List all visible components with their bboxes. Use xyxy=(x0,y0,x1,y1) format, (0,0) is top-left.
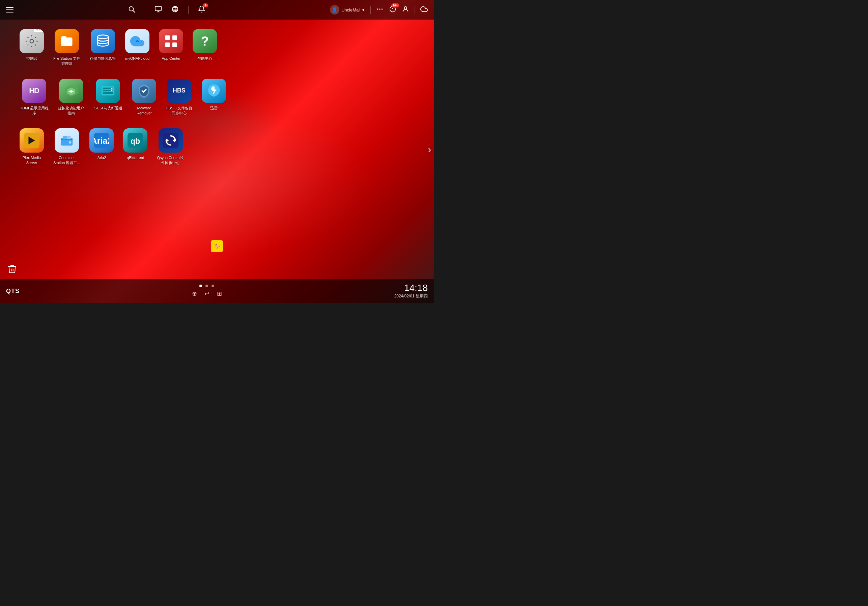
virt-label: 虚拟化功能用户指南 xyxy=(58,106,84,116)
chevron-down-icon: ▼ xyxy=(362,8,365,12)
app-plex[interactable]: Plex MediaServer xyxy=(17,126,46,168)
storage-label: 存储与快照总管 xyxy=(90,56,116,61)
svg-rect-13 xyxy=(165,42,170,47)
svg-point-22 xyxy=(111,88,113,89)
myqnap-label: myQNAPcloud xyxy=(125,56,149,61)
hdmi-icon: HD xyxy=(22,79,46,103)
app-malware[interactable]: MalwareRemover xyxy=(129,76,159,119)
plex-icon xyxy=(20,128,44,152)
app-iscsi[interactable]: iSCSI 与光纤通道 xyxy=(91,76,125,119)
taskbar: QTS ⊕ ↩ ⊞ 14:18 2024/02/01 星期四 xyxy=(0,279,434,303)
cloud-icon[interactable] xyxy=(420,5,428,14)
app-thunder[interactable]: 迅雷 xyxy=(199,76,229,119)
svg-rect-14 xyxy=(172,42,177,47)
control-tooltip: 控制台 xyxy=(34,29,44,32)
svg-rect-33 xyxy=(163,133,178,148)
date-display: 2024/02/01 星期四 xyxy=(394,294,428,299)
svg-rect-2 xyxy=(155,6,161,11)
help-icon: ? xyxy=(193,29,217,53)
qbit-icon: qb xyxy=(123,128,147,152)
svg-text:Aria2: Aria2 xyxy=(94,136,109,145)
settings-profile-icon[interactable] xyxy=(402,5,409,14)
next-page-arrow[interactable]: › xyxy=(428,144,431,155)
launchpad-icon[interactable]: ⊕ xyxy=(192,290,197,297)
thunder-label: 迅雷 xyxy=(210,106,218,111)
update-badge: 10+ xyxy=(391,3,399,8)
container-icon xyxy=(55,128,79,152)
app-virt[interactable]: 虚拟化功能用户指南 xyxy=(55,76,87,119)
app-container[interactable]: ContainerStation 容器工... xyxy=(51,126,83,168)
app-myqnap[interactable]: myQNAPcloud xyxy=(122,26,152,69)
more-options-icon[interactable] xyxy=(376,5,384,14)
qsync-icon xyxy=(158,128,183,152)
svg-rect-26 xyxy=(63,136,67,139)
hdmi-label: HDMI 显示应用程序 xyxy=(20,106,48,116)
file-station-icon xyxy=(55,29,79,53)
topbar: 9 👤 UncleMai ▼ 10+ xyxy=(0,0,434,20)
divider2 xyxy=(188,6,189,14)
svg-rect-12 xyxy=(172,36,177,40)
thunder-icon xyxy=(202,79,226,103)
svg-rect-11 xyxy=(165,36,170,40)
info-icon[interactable]: 10+ xyxy=(389,5,397,14)
desktop: 控制台 控制台 File Station 文件管理器 存储与快照总管 myQNA… xyxy=(0,20,434,279)
divider3 xyxy=(215,6,215,14)
notification-icon[interactable]: 9 xyxy=(198,5,205,14)
app-qsync[interactable]: Qsync Central文件同步中心 xyxy=(154,126,187,168)
svg-point-10 xyxy=(97,35,108,39)
user-menu[interactable]: 👤 UncleMai ▼ xyxy=(330,5,365,14)
ferrari-badge[interactable]: 🐎 xyxy=(211,240,223,252)
page-dot-2[interactable] xyxy=(205,284,208,287)
qsync-label: Qsync Central文件同步中心 xyxy=(157,155,184,166)
multitask-icon[interactable]: ⊞ xyxy=(217,290,222,297)
svg-rect-27 xyxy=(67,136,71,139)
user-name: UncleMai xyxy=(341,8,360,12)
help-label: 帮助中心 xyxy=(197,56,212,61)
trash-icon-desktop[interactable] xyxy=(7,264,17,276)
svg-text:🐎: 🐎 xyxy=(214,243,220,249)
hamburger-menu[interactable] xyxy=(6,7,14,12)
clock-display: 14:18 xyxy=(394,283,428,294)
page-dot-1[interactable] xyxy=(199,284,202,287)
svg-point-9 xyxy=(30,39,34,43)
hbs-label: HBS 3 文件备份同步中心 xyxy=(166,106,192,116)
divider4 xyxy=(370,6,371,14)
divider5 xyxy=(415,6,415,14)
file-station-label: File Station 文件管理器 xyxy=(53,56,80,67)
svg-point-28 xyxy=(68,141,71,143)
app-appcenter[interactable]: App Center xyxy=(156,26,186,69)
control-icon: 控制台 xyxy=(20,29,44,53)
clock-area: 14:18 2024/02/01 星期四 xyxy=(394,283,428,299)
app-control[interactable]: 控制台 控制台 xyxy=(17,26,46,69)
app-hdmi[interactable]: HD HDMI 显示应用程序 xyxy=(17,76,51,119)
app-aria2[interactable]: Aria2 Aria2 xyxy=(87,126,116,168)
svg-point-6 xyxy=(381,8,383,10)
network-icon[interactable] xyxy=(171,5,179,14)
qbit-label: qBittorrent xyxy=(127,155,144,160)
page-dot-3[interactable] xyxy=(211,284,214,287)
app-qbit[interactable]: qb qBittorrent xyxy=(121,126,150,168)
svg-point-4 xyxy=(377,8,378,10)
app-hbs[interactable]: HBS HBS 3 文件备份同步中心 xyxy=(163,76,195,119)
user-avatar: 👤 xyxy=(330,5,339,14)
iscsi-label: iSCSI 与光纤通道 xyxy=(93,106,122,111)
qts-logo: QTS xyxy=(6,287,20,295)
appcenter-icon xyxy=(159,29,183,53)
svg-point-5 xyxy=(379,8,381,10)
plex-label: Plex MediaServer xyxy=(23,155,41,166)
taskmanager-icon[interactable] xyxy=(155,5,162,14)
svg-line-1 xyxy=(133,11,135,12)
myqnap-icon xyxy=(125,29,149,53)
iscsi-icon xyxy=(96,79,120,103)
search-icon[interactable] xyxy=(128,5,135,14)
virt-icon xyxy=(59,79,83,103)
svg-point-23 xyxy=(111,90,113,91)
malware-icon xyxy=(132,79,156,103)
app-storage[interactable]: 存储与快照总管 xyxy=(87,26,118,69)
app-help[interactable]: ? 帮助中心 xyxy=(190,26,220,69)
app-file-station[interactable]: File Station 文件管理器 xyxy=(51,26,83,69)
aria2-icon: Aria2 xyxy=(89,128,114,152)
aria2-label: Aria2 xyxy=(98,155,106,160)
back-icon[interactable]: ↩ xyxy=(205,290,209,297)
container-label: ContainerStation 容器工... xyxy=(53,155,80,166)
